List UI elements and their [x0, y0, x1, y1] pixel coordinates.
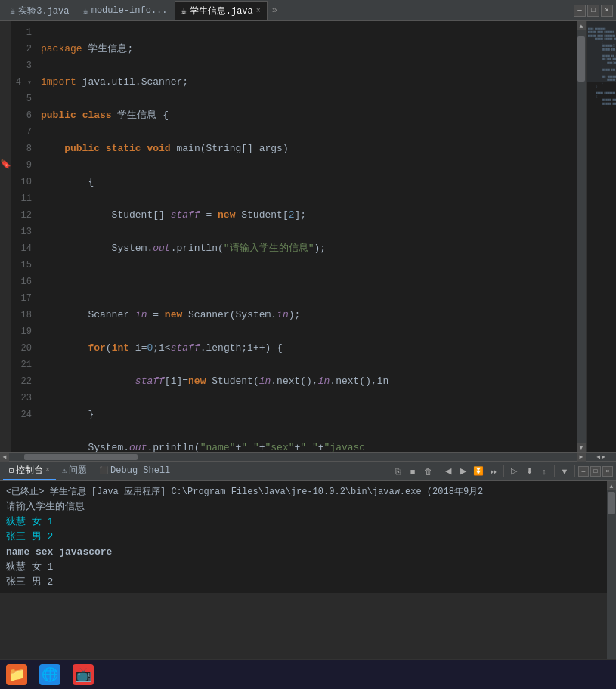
- mini-right-arrow[interactable]: ▶: [602, 453, 605, 460]
- scroll-left-arrow[interactable]: ◀: [0, 453, 9, 462]
- console-tab-1[interactable]: ⚠ 问题: [56, 462, 93, 480]
- toolbar-separator-2: [503, 465, 504, 477]
- ln-23: 23: [11, 390, 32, 406]
- ln-24: 24: [11, 406, 32, 423]
- code-editor[interactable]: package 学生信息; import java.util.Scanner; …: [36, 21, 577, 452]
- taskbar-item-1[interactable]: 🌐: [33, 660, 67, 690]
- horizontal-scrollbar[interactable]: ◀ ▶ ◀ ▶: [0, 452, 616, 461]
- console-toolbar: ⎘ ■ 🗑 ◀ ▶ ⏬ ⏭ ▷ ⬇ ↕ ▼ — □ ×: [391, 465, 613, 478]
- scroll-thumb[interactable]: [577, 36, 585, 82]
- tab-bar-controls: — □ ×: [574, 5, 613, 17]
- console-line-6: 张三 男 2: [6, 575, 601, 590]
- mini-left-arrow[interactable]: ◀: [596, 453, 600, 460]
- scroll-up-arrow[interactable]: ▲: [577, 21, 586, 30]
- tab-moduleinfo[interactable]: ☕ module-info...: [76, 1, 174, 20]
- console-icon-0: ⊡: [9, 466, 14, 475]
- scroll-down-arrow[interactable]: ▼: [577, 443, 586, 452]
- toolbar-separator-3: [554, 465, 555, 477]
- code-line-5: {: [41, 174, 577, 190]
- console-icon-2: ⬛: [99, 466, 108, 475]
- editor-area: 🔖 1 2 3 4▾ 5 6 7 8 9 10 11 12 13 14 15 1…: [0, 21, 616, 452]
- tab-label-2: 学生信息.java: [190, 5, 253, 17]
- scroll-track[interactable]: [577, 30, 586, 443]
- tab-bar: ☕ 实验3.java ☕ module-info... ☕ 学生信息.java …: [0, 0, 616, 21]
- toolbar-separator-4: [574, 465, 575, 477]
- minimap: ████ ████████ ██████ ████ ███████ ██████…: [586, 21, 616, 452]
- ln-22: 22: [11, 373, 32, 390]
- tab-icon-2: ☕: [181, 5, 187, 17]
- console-vertical-scrollbar[interactable]: ▲ ▼: [607, 481, 616, 680]
- console-tab-label-2: Debug Shell: [110, 465, 170, 476]
- ln-13: 13: [11, 224, 32, 240]
- console-btn-copy[interactable]: ⎘: [391, 465, 404, 478]
- console-line-5: 狄慧 女 1: [6, 560, 601, 575]
- console-tab-label-0: 控制台: [16, 464, 43, 477]
- tab-studentinfo[interactable]: ☕ 学生信息.java ×: [175, 1, 268, 20]
- console-main: <已终止> 学生信息 [Java 应用程序] C:\Program Files\…: [0, 481, 607, 680]
- tab-icon-1: ☕: [82, 5, 88, 17]
- console-btn-6[interactable]: ⬇: [522, 465, 536, 478]
- editor-gutter-left: 🔖: [0, 21, 11, 452]
- ln-7: 7: [11, 124, 32, 141]
- h-scroll-track[interactable]: [9, 453, 577, 461]
- console-btn-dropdown[interactable]: ▼: [558, 465, 571, 478]
- console-btn-7[interactable]: ↕: [537, 465, 551, 478]
- console-scroll-up[interactable]: ▲: [607, 481, 616, 490]
- console-tab-0[interactable]: ⊡ 控制台 ×: [3, 462, 56, 480]
- editor-vertical-scrollbar[interactable]: ▲ ▼: [577, 21, 586, 452]
- console-content[interactable]: <已终止> 学生信息 [Java 应用程序] C:\Program Files\…: [0, 481, 607, 593]
- tab-experiments[interactable]: ☕ 实验3.java: [3, 1, 76, 20]
- tab-icon-0: ☕: [10, 5, 15, 17]
- maximize-button[interactable]: □: [587, 5, 599, 17]
- console-btn-5[interactable]: ▷: [507, 465, 521, 478]
- console-btn-1[interactable]: ◀: [441, 465, 455, 478]
- console-minimize[interactable]: —: [578, 466, 589, 477]
- toolbar-separator-1: [438, 465, 438, 477]
- console-scroll-thumb[interactable]: [608, 492, 615, 514]
- close-button[interactable]: ×: [601, 5, 613, 17]
- taskbar-item-0[interactable]: 📁: [0, 660, 33, 690]
- taskbar-icon-2: 📺: [73, 664, 94, 685]
- scroll-right-arrow[interactable]: ▶: [577, 453, 586, 462]
- code-line-10: for(int i=0;i<staff.length;i++) {: [41, 340, 577, 357]
- console-icon-1: ⚠: [62, 466, 67, 475]
- ln-1: 1: [11, 24, 32, 41]
- ln-5: 5: [11, 91, 32, 107]
- console-line-4: name sex javascore: [6, 545, 601, 560]
- h-scrollbar-right-controls: ◀ ▶: [586, 453, 616, 460]
- console-scroll-track[interactable]: [607, 490, 616, 671]
- code-line-3: public class 学生信息 {: [41, 107, 577, 124]
- line-numbers: 1 2 3 4▾ 5 6 7 8 9 10 11 12 13 14 15 16 …: [11, 21, 36, 452]
- ln-18: 18: [11, 307, 32, 323]
- console-line-2: 狄慧 女 1: [6, 514, 601, 530]
- console-btn-clear[interactable]: 🗑: [421, 465, 435, 478]
- tab-close-2[interactable]: ×: [256, 7, 261, 15]
- tab-label-0: 实验3.java: [18, 5, 69, 17]
- code-line-4: public static void main(String[] args): [41, 141, 577, 157]
- console-tab-2[interactable]: ⬛ Debug Shell: [93, 462, 176, 480]
- code-line-7: System.out.println("请输入学生的信息");: [41, 240, 577, 257]
- tab-overflow[interactable]: »: [268, 5, 282, 16]
- console-btn-3[interactable]: ⏬: [472, 465, 485, 478]
- taskbar: 📁 🌐 📺: [0, 659, 616, 689]
- minimize-button[interactable]: —: [574, 5, 586, 17]
- console-close[interactable]: ×: [602, 466, 613, 477]
- console-btn-2[interactable]: ▶: [457, 465, 470, 478]
- tab-label-1: module-info...: [91, 5, 168, 16]
- ln-14: 14: [11, 240, 32, 257]
- ln-12: 12: [11, 207, 32, 224]
- taskbar-item-2[interactable]: 📺: [67, 660, 100, 690]
- code-line-9: Scanner in = new Scanner(System.in);: [41, 307, 577, 323]
- h-scroll-thumb[interactable]: [24, 454, 138, 460]
- ln-2: 2: [11, 41, 32, 57]
- ln-19: 19: [11, 323, 32, 340]
- console-maximize[interactable]: □: [590, 466, 601, 477]
- ln-6: 6: [11, 107, 32, 124]
- console-btn-stop[interactable]: ■: [406, 465, 419, 478]
- ln-9: 9: [11, 157, 32, 174]
- minimap-visible-region: [587, 21, 616, 82]
- console-tab-close-0[interactable]: ×: [45, 466, 50, 474]
- code-line-11: staff[i]=new Student(in.next(),in.next()…: [41, 373, 577, 390]
- ln-3: 3: [11, 57, 32, 74]
- console-btn-4[interactable]: ⏭: [487, 465, 500, 478]
